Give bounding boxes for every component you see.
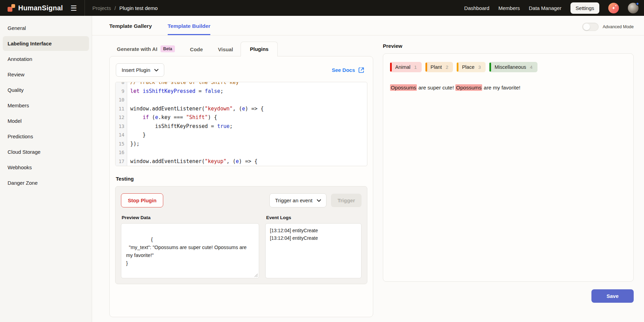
trigger-event-dropdown[interactable]: Trigger an event (269, 193, 326, 207)
line-number: 13 (117, 122, 124, 131)
code-line: window.addEventListener("keydown", (e) =… (130, 105, 367, 114)
topbar-divider (85, 0, 85, 16)
sidebar-item-members[interactable]: Members (3, 98, 89, 113)
subtab-visual[interactable]: Visual (210, 43, 241, 56)
sidebar-item-danger-zone[interactable]: Danger Zone (3, 175, 89, 190)
builder-subtabs: Generate with AIBetaCodeVisualPlugins (109, 42, 373, 56)
testing-heading: Testing (115, 176, 367, 182)
sidebar-item-annotation[interactable]: Annotation (3, 52, 89, 66)
sidebar-item-cloud-storage[interactable]: Cloud Storage (3, 144, 89, 159)
log-entry: [13:12:04] entityCreate (270, 227, 357, 235)
sidebar-item-review[interactable]: Review (3, 67, 89, 82)
plugin-code-editor[interactable]: 891011121314151617 // Track the state of… (115, 82, 367, 166)
subtab-label: Code (190, 46, 203, 52)
hamburger-menu-icon[interactable]: ☰ (70, 4, 77, 12)
label-chips-row: Animal1Plant2Place3Miscellaneous4 (390, 62, 626, 72)
settings-sidebar: GeneralLabeling InterfaceAnnotationRevie… (0, 16, 92, 322)
label-text: Plant (431, 64, 442, 70)
toggle-knob (583, 23, 590, 30)
line-number: 10 (117, 96, 124, 105)
preview-text[interactable]: Opossums are super cute! Opossums are my… (390, 84, 626, 92)
label-color-bar (457, 63, 458, 72)
brand-name: HumanSignal (18, 4, 63, 12)
see-docs-link[interactable]: See Docs (332, 67, 365, 73)
code-gutter: 891011121314151617 (115, 82, 127, 166)
subtab-code[interactable]: Code (182, 43, 211, 56)
label-color-bar (425, 63, 427, 72)
notification-dot (636, 2, 639, 6)
trigger-event-label: Trigger an event (275, 197, 312, 203)
humansignal-logo-icon (8, 4, 15, 12)
testing-panel: Stop Plugin Trigger an event Trigger (115, 186, 367, 284)
nav-dashboard[interactable]: Dashboard (464, 5, 489, 11)
settings-button[interactable]: Settings (570, 2, 599, 14)
line-number: 12 (117, 113, 124, 122)
sidebar-item-quality[interactable]: Quality (3, 83, 89, 97)
preview-data-textarea[interactable]: { "my_text": "Opossums are super cute! O… (121, 223, 259, 278)
trigger-button[interactable]: Trigger (331, 194, 362, 207)
sidebar-item-predictions[interactable]: Predictions (3, 129, 89, 144)
label-chip-miscellaneous[interactable]: Miscellaneous4 (489, 62, 537, 72)
label-color-bar (489, 63, 491, 72)
tab-template-gallery[interactable]: Template Gallery (109, 23, 152, 35)
subtab-label: Visual (218, 46, 233, 52)
ai-assistant-button[interactable]: ✦ ✦ (608, 3, 619, 13)
preview-heading: Preview (383, 43, 634, 49)
topbar-right: Dashboard Members Data Manager Settings … (464, 2, 639, 14)
code-line: let isShiftKeyPressed = false; (130, 87, 367, 96)
top-bar: HumanSignal ☰ Projects / Plugin test dem… (0, 0, 644, 16)
breadcrumb: Projects / Plugin test demo (92, 5, 158, 11)
save-button[interactable]: Save (591, 289, 634, 303)
label-hotkey: 4 (530, 65, 533, 70)
insert-plugin-label: Insert Plugin (122, 67, 150, 73)
advanced-mode-label: Advanced Mode (603, 24, 634, 29)
label-chip-plant[interactable]: Plant2 (425, 62, 453, 72)
code-line: }); (130, 140, 367, 149)
code-line: window.addEventListener("keyup", (e) => … (130, 157, 367, 166)
nav-data-manager[interactable]: Data Manager (529, 5, 562, 11)
breadcrumb-projects[interactable]: Projects (92, 5, 111, 11)
label-hotkey: 2 (446, 65, 448, 70)
sidebar-item-webhooks[interactable]: Webhooks (3, 160, 89, 175)
breadcrumb-separator: / (114, 5, 116, 11)
line-number: 9 (117, 87, 124, 96)
brand-logo[interactable]: HumanSignal (8, 4, 63, 12)
label-color-bar (390, 63, 392, 72)
code-line (130, 148, 367, 157)
line-number: 8 (117, 82, 124, 87)
preview-panel: Animal1Plant2Place3Miscellaneous4 Opossu… (383, 53, 634, 282)
sidebar-item-model[interactable]: Model (3, 114, 89, 128)
insert-plugin-dropdown[interactable]: Insert Plugin (116, 63, 164, 77)
sidebar-nav: GeneralLabeling InterfaceAnnotationRevie… (3, 21, 89, 190)
label-chip-animal[interactable]: Animal1 (390, 62, 422, 72)
line-number: 17 (117, 157, 124, 166)
advanced-mode-toggle[interactable] (582, 23, 599, 31)
chevron-down-icon (317, 199, 321, 202)
code-line: if (e.key === "Shift") { (130, 113, 367, 122)
sidebar-item-labeling-interface[interactable]: Labeling Interface (3, 36, 89, 51)
user-avatar[interactable] (628, 3, 639, 13)
subtab-label: Generate with AI (117, 46, 157, 52)
event-logs-box[interactable]: [13:12:04] entityCreate[13:12:04] entity… (265, 223, 362, 278)
beta-badge: Beta (160, 45, 175, 52)
sidebar-item-general[interactable]: General (3, 21, 89, 35)
resize-handle[interactable] (254, 273, 258, 277)
breadcrumb-current: Plugin test demo (119, 5, 158, 11)
stop-plugin-button[interactable]: Stop Plugin (121, 193, 163, 207)
highlighted-region[interactable]: Opossums (455, 84, 482, 91)
label-chip-place[interactable]: Place3 (457, 62, 486, 72)
code-line (130, 96, 367, 105)
label-text: Animal (395, 64, 410, 70)
log-entry: [13:12:04] entityCreate (270, 235, 357, 242)
subtab-generate-with-ai[interactable]: Generate with AIBeta (109, 42, 182, 56)
nav-members[interactable]: Members (498, 5, 520, 11)
highlighted-region[interactable]: Opossums (390, 84, 417, 91)
plugins-panel: Insert Plugin See Docs 89101112131415161… (109, 56, 373, 317)
event-logs-label: Event Logs (265, 215, 362, 220)
code-line: // Track the state of the Shift key (130, 82, 367, 87)
subtab-plugins[interactable]: Plugins (241, 42, 278, 56)
code-line: } (130, 131, 367, 140)
plain-text: are my favorite! (482, 85, 520, 90)
tab-template-builder[interactable]: Template Builder (168, 23, 211, 35)
external-link-icon (358, 67, 365, 73)
